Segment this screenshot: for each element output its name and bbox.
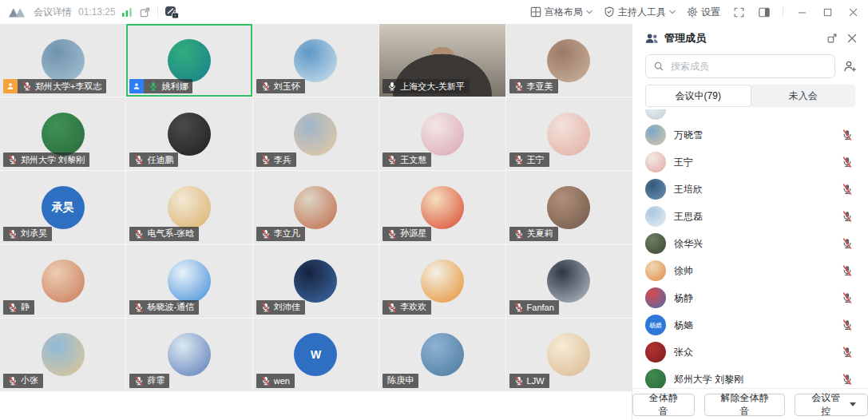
participant-tile[interactable]: 静 [0, 245, 125, 318]
network-signal-icon[interactable] [122, 8, 133, 17]
member-row[interactable]: 杨静 [632, 284, 868, 311]
participant-name-label: wen [256, 374, 295, 388]
mic-status-icon [8, 155, 18, 164]
popout-panel-icon[interactable] [826, 33, 838, 44]
participant-tile[interactable]: 小张 [0, 319, 125, 391]
member-row[interactable]: 王培欣 [632, 176, 868, 203]
video-area: 郑州大学+李双志 姚利娜 [0, 24, 632, 420]
participant-tile[interactable]: 电气系-张晗 [126, 171, 252, 244]
add-member-icon[interactable] [843, 60, 857, 73]
security-lock-icon[interactable] [164, 6, 180, 19]
participant-tile[interactable]: 杨晓波-通信 [126, 245, 252, 318]
member-name: 杨静 [674, 291, 834, 305]
participant-name: Fanfan [527, 303, 554, 312]
participant-avatar [547, 39, 590, 82]
participant-tile[interactable]: 王宁 [506, 97, 632, 170]
member-row[interactable]: 徐帅 [632, 257, 868, 284]
participant-avatar [42, 39, 85, 82]
participant-tile[interactable]: 李立凡 [253, 171, 379, 244]
member-mic-icon[interactable] [842, 347, 853, 358]
member-row[interactable]: 张众 [632, 339, 868, 366]
member-avatar [645, 152, 666, 172]
settings-button[interactable]: 设置 [687, 6, 720, 19]
participant-tile[interactable]: 薛霏 [126, 319, 252, 391]
member-name: 万晓雪 [674, 129, 834, 142]
participant-tile[interactable]: 孙源星 [379, 171, 505, 244]
member-mic-icon[interactable] [842, 184, 853, 195]
side-panel-toggle-button[interactable] [757, 5, 771, 19]
participant-name-label: 孙源星 [382, 227, 431, 241]
participant-tile[interactable]: Fanfan [506, 245, 632, 318]
participant-avatar [42, 333, 85, 376]
close-button[interactable] [846, 5, 860, 19]
layout-button[interactable]: 宫格布局 [530, 6, 593, 19]
participant-name-label: Fanfan [509, 300, 559, 315]
tab-not-joined[interactable]: 未入会 [751, 85, 856, 107]
participant-tile[interactable]: 姚利娜 [126, 24, 252, 97]
member-name: 徐帅 [674, 264, 834, 278]
member-row[interactable]: 杨嫱 杨嫱 [632, 311, 868, 339]
participant-tile[interactable]: 承昊 刘承昊 [0, 171, 125, 244]
member-mic-icon[interactable] [842, 157, 853, 168]
host-badge-icon [3, 79, 18, 93]
participant-name-label: 薛霏 [129, 374, 169, 388]
member-row[interactable] [632, 109, 868, 121]
fullscreen-button[interactable] [731, 5, 746, 19]
participant-avatar [294, 260, 337, 303]
participant-tile[interactable]: 郑州大学+李双志 [0, 24, 125, 97]
chevron-down-icon [669, 10, 676, 14]
member-mic-icon[interactable] [842, 319, 853, 331]
participant-tile[interactable]: 李亚美 [506, 24, 632, 97]
member-mic-icon[interactable] [842, 374, 853, 385]
member-name: 王宁 [674, 156, 834, 169]
unmute-all-button[interactable]: 解除全体静音 [704, 394, 786, 416]
participant-tile[interactable]: 陈庚申 [379, 319, 505, 391]
close-panel-icon[interactable] [847, 34, 857, 43]
participant-name-label: 小张 [3, 374, 43, 388]
participant-avatar [421, 260, 464, 303]
participant-tile[interactable]: W wen [253, 319, 379, 391]
search-members-input[interactable] [669, 60, 827, 73]
participant-tile[interactable]: 李兵 [253, 97, 379, 170]
participant-tile[interactable]: LJW [506, 319, 632, 391]
participant-avatar [294, 186, 337, 229]
mute-all-button[interactable]: 全体静音 [632, 394, 695, 416]
tab-in-meeting[interactable]: 会议中(79) [645, 85, 751, 107]
member-name: 郑州大学 刘黎刚 [674, 373, 834, 386]
participant-tile[interactable]: 任迪鹏 [126, 97, 252, 170]
search-icon [653, 61, 664, 72]
mic-status-icon [134, 229, 144, 239]
participant-tile[interactable]: 刘沛佳 [253, 245, 379, 318]
member-row[interactable]: 王宁 [632, 149, 868, 176]
participant-tile[interactable]: 郑州大学 刘黎刚 [0, 97, 125, 170]
member-mic-icon[interactable] [842, 238, 853, 249]
member-mic-icon[interactable] [842, 211, 853, 222]
search-members-box[interactable] [645, 54, 835, 78]
open-external-icon[interactable] [139, 6, 151, 18]
maximize-button[interactable] [820, 5, 834, 19]
member-row[interactable]: 徐华兴 [632, 230, 868, 257]
participant-name: 李兵 [274, 154, 291, 166]
participant-avatar [42, 113, 85, 156]
member-mic-icon[interactable] [842, 265, 853, 276]
member-row[interactable]: 万晓雪 [632, 121, 868, 149]
member-row[interactable]: 王思磊 [632, 203, 868, 230]
participant-avatar [168, 39, 211, 82]
participant-tile[interactable]: 李欢欢 [379, 245, 505, 318]
member-mic-icon[interactable] [842, 292, 853, 303]
participant-avatar [547, 260, 590, 303]
participant-tile[interactable]: 关夏莉 [506, 171, 632, 244]
meeting-controls-button[interactable]: 会议管控 [795, 394, 868, 416]
participant-tile[interactable]: 刘玉怀 [253, 24, 379, 97]
participant-tile[interactable]: 上海交大-关新平 [379, 24, 505, 97]
mic-status-icon [149, 81, 158, 91]
host-tools-button[interactable]: 主持人工具 [604, 6, 676, 19]
member-mic-icon[interactable] [842, 129, 853, 141]
member-row[interactable]: 郑州大学 刘黎刚 [632, 366, 868, 388]
meeting-details-button[interactable]: 会议详情 [34, 6, 72, 19]
participant-tile[interactable]: 王文慧 [379, 97, 505, 170]
member-name: 杨嫱 [674, 319, 834, 332]
minimize-button[interactable] [795, 5, 809, 19]
app-logo-icon [8, 7, 27, 18]
participant-name: 王宁 [527, 154, 545, 166]
